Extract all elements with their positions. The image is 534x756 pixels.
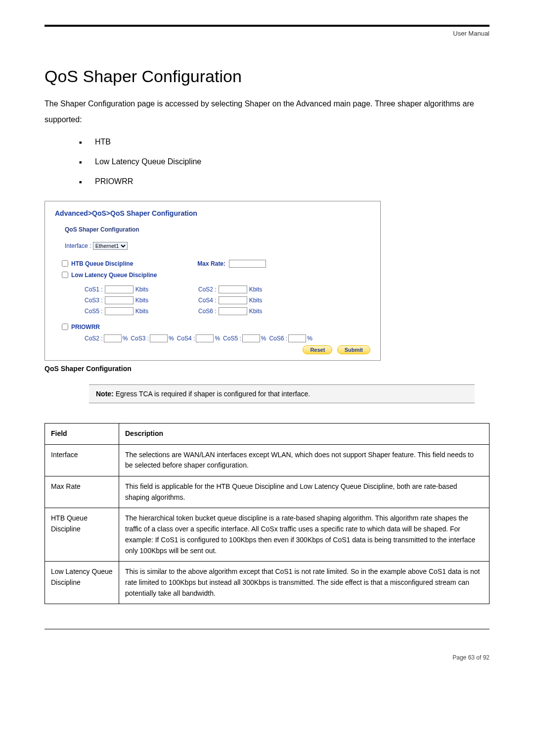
panel-section-title: QoS Shaper Configuration <box>55 226 370 233</box>
list-item: HTB <box>79 138 490 146</box>
list-item: Low Latency Queue Discipline <box>79 157 490 166</box>
htb-checkbox[interactable] <box>62 260 68 267</box>
cell-field: Max Rate <box>45 476 119 508</box>
cell-desc: This is similar to the above algorithm e… <box>119 562 490 604</box>
pr-cos2-label: CoS2 : <box>85 335 103 342</box>
cos5-input[interactable] <box>105 307 134 315</box>
submit-button[interactable]: Submit <box>337 345 370 354</box>
pr-cos5-input[interactable] <box>242 334 260 342</box>
cos5-cell: CoS5 : Kbits <box>85 307 198 315</box>
cos3-cell: CoS3 : Kbits <box>85 296 198 304</box>
cos6-label: CoS6 : <box>198 308 217 315</box>
cos-unit: Kbits <box>135 308 149 315</box>
fields-table: Field Description Interface The selectio… <box>44 423 490 604</box>
cos4-label: CoS4 : <box>198 297 217 304</box>
pct: % <box>307 335 312 342</box>
pr-cos6-label: CoS6 : <box>269 335 287 342</box>
cell-field: Low Latency Queue Discipline <box>45 562 119 604</box>
figure-caption: QoS Shaper Configuration <box>44 365 490 373</box>
pr-cos4-label: CoS4 : <box>177 335 195 342</box>
table-row: HTB Queue Discipline The hierarchical to… <box>45 508 490 562</box>
table-row: Interface The selections are WAN/LAN int… <box>45 444 490 476</box>
page-title: QoS Shaper Configuration <box>44 67 490 86</box>
priowrr-row-cb: PRIOWRR <box>55 322 370 331</box>
cos-grid: CoS1 : Kbits CoS2 : Kbits CoS3 : Kbits C… <box>55 285 370 315</box>
table-row: Max Rate This field is applicable for th… <box>45 476 490 508</box>
cos2-cell: CoS2 : Kbits <box>198 285 312 293</box>
htb-row: HTB Queue Discipline Max Rate: <box>55 259 370 268</box>
pr-cos6-input[interactable] <box>288 334 306 342</box>
cos4-input[interactable] <box>219 296 247 304</box>
config-panel: Advanced>QoS>QoS Shaper Configuration Qo… <box>44 201 381 361</box>
max-rate-label: Max Rate: <box>197 260 225 267</box>
note-box: Note: Egress TCA is required if shaper i… <box>89 384 475 403</box>
cos6-cell: CoS6 : Kbits <box>198 307 312 315</box>
cos1-label: CoS1 : <box>85 286 103 293</box>
priowrr-checkbox[interactable] <box>62 324 68 330</box>
cell-desc: This field is applicable for the HTB Que… <box>119 476 490 508</box>
breadcrumb: Advanced>QoS>QoS Shaper Configuration <box>55 209 370 217</box>
cos1-input[interactable] <box>105 285 134 293</box>
llq-checkbox[interactable] <box>62 272 68 278</box>
pct: % <box>169 335 174 342</box>
pct: % <box>123 335 128 342</box>
note-text: Egress TCA is required if shaper is conf… <box>114 390 310 398</box>
pct: % <box>215 335 220 342</box>
cos2-input[interactable] <box>219 285 247 293</box>
max-rate-input[interactable] <box>229 260 266 268</box>
th-desc: Description <box>119 424 490 445</box>
cos6-input[interactable] <box>219 307 247 315</box>
pr-cos4-input[interactable] <box>196 334 214 342</box>
interface-row: Interface : Ethernet1 <box>55 242 370 250</box>
cos1-cell: CoS1 : Kbits <box>85 285 198 293</box>
interface-label: Interface : <box>65 242 91 249</box>
th-field: Field <box>45 424 119 445</box>
table-row: Low Latency Queue Discipline This is sim… <box>45 562 490 604</box>
cos-unit: Kbits <box>249 308 263 315</box>
cos-unit: Kbits <box>135 297 149 304</box>
button-row: Reset Submit <box>55 345 370 354</box>
interface-select[interactable]: Ethernet1 <box>93 242 128 250</box>
reset-button[interactable]: Reset <box>303 345 332 354</box>
max-rate-group: Max Rate: <box>197 260 266 268</box>
header-rule <box>44 25 490 27</box>
cell-desc: The hierarchical token bucket queue disc… <box>119 508 490 562</box>
priowrr-label: PRIOWRR <box>71 324 100 331</box>
cos4-cell: CoS4 : Kbits <box>198 296 312 304</box>
llq-label: Low Latency Queue Discipline <box>71 272 157 279</box>
algorithms-list: HTB Low Latency Queue Discipline PRIOWRR <box>44 138 490 186</box>
cell-field: Interface <box>45 444 119 476</box>
pr-cos3-input[interactable] <box>150 334 168 342</box>
cos3-label: CoS3 : <box>85 297 103 304</box>
cos-unit: Kbits <box>249 297 263 304</box>
pct: % <box>261 335 267 342</box>
pr-cos3-label: CoS3 : <box>131 335 149 342</box>
footer-rule <box>44 629 490 629</box>
cos2-label: CoS2 : <box>198 286 217 293</box>
cell-desc: The selections are WAN/LAN interfaces ex… <box>119 444 490 476</box>
htb-label: HTB Queue Discipline <box>71 260 133 267</box>
cos-unit: Kbits <box>135 286 149 293</box>
note-label: Note: <box>96 390 114 398</box>
pr-cos5-label: CoS5 : <box>223 335 241 342</box>
page-number: Page 63 of 92 <box>44 654 490 661</box>
list-item: PRIOWRR <box>79 177 490 186</box>
pr-cos2-input[interactable] <box>104 334 122 342</box>
intro-paragraph: The Shaper Configuration page is accesse… <box>44 96 490 128</box>
header-doc-label: User Manual <box>44 30 490 37</box>
llq-row: Low Latency Queue Discipline <box>55 270 370 280</box>
priowrr-inputs: CoS2 :% CoS3 :% CoS4 :% CoS5 :% CoS6 :% <box>55 334 370 342</box>
cos3-input[interactable] <box>105 296 134 304</box>
cos-unit: Kbits <box>249 286 263 293</box>
cos5-label: CoS5 : <box>85 308 103 315</box>
cell-field: HTB Queue Discipline <box>45 508 119 562</box>
